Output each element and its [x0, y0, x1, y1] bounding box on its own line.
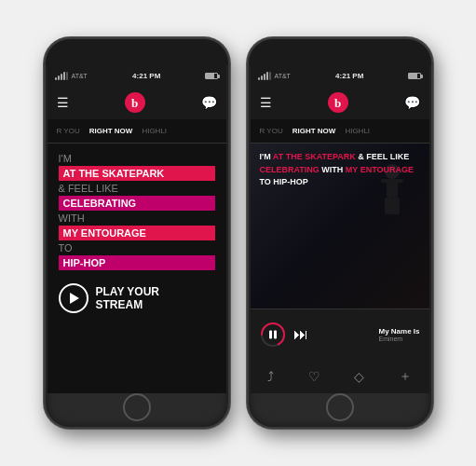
overlay-lyrics: I'M AT THE SKATEPARK & FEEL LIKE CELEBRA… [260, 151, 420, 189]
phone-2-screen: AT&T 4:21 PM ☰ b 💬 R YOU [251, 65, 429, 393]
track-info: My Name Is Eminem [378, 327, 419, 342]
tab-bar-2: R YOU RIGHT NOW HIGHLI [251, 119, 429, 144]
next-button[interactable]: ⏭ [293, 326, 308, 343]
play-stream-label: PLAY YOURSTREAM [96, 285, 159, 312]
tab-right-now-1[interactable]: RIGHT NOW [85, 127, 138, 135]
tab-right-now-2[interactable]: RIGHT NOW [288, 127, 341, 135]
status-time-1: 4:21 PM [132, 72, 160, 80]
player-bar-2: ⏭ My Name Is Eminem [251, 308, 429, 360]
content-image-2: I'M AT THE SKATEPARK & FEEL LIKE CELEBRA… [251, 144, 429, 308]
battery-2 [408, 73, 421, 79]
heart-icon[interactable]: ♡ [308, 369, 320, 384]
beats-logo-1[interactable]: b [125, 92, 145, 113]
action-bar-2: ⤴ ♡ ◇ ＋ [251, 360, 429, 393]
phone-2-top-bar [249, 39, 431, 65]
lyrics-area-1: I'M AT THE SKATEPARK & FEEL LIKE CELEBRA… [48, 144, 226, 393]
tab-bar-1: R YOU RIGHT NOW HIGHLI [48, 119, 226, 144]
share-icon[interactable]: ⤴ [267, 369, 274, 384]
phone-1-top-bar [46, 39, 228, 65]
tab-highlights-2[interactable]: HIGHLI [340, 127, 374, 135]
nav-bar-1: ☰ b 💬 [48, 86, 226, 119]
status-bar-1: AT&T 4:21 PM [48, 65, 226, 86]
phones-container: AT&T 4:21 PM ☰ b 💬 R YOU [34, 28, 442, 438]
player-controls: ⏭ [260, 322, 308, 348]
phone-1: AT&T 4:21 PM ☰ b 💬 R YOU [44, 37, 230, 429]
play-stream-btn[interactable]: PLAY YOURSTREAM [59, 283, 215, 313]
menu-icon-2[interactable]: ☰ [260, 96, 272, 109]
status-time-2: 4:21 PM [335, 72, 363, 80]
progress-ring[interactable] [260, 322, 286, 348]
status-bar-2: AT&T 4:21 PM [251, 65, 429, 86]
carrier-2: AT&T [275, 73, 291, 79]
chat-icon-1[interactable]: 💬 [201, 95, 217, 110]
nav-bar-2: ☰ b 💬 [251, 86, 429, 119]
track-artist: Eminem [378, 336, 402, 342]
carrier-1: AT&T [72, 73, 88, 79]
lyric-skatepark: AT THE SKATEPARK [59, 166, 215, 181]
lyric-hiphop: HIP-HOP [59, 255, 215, 270]
battery-1 [205, 73, 218, 79]
phone-2: AT&T 4:21 PM ☰ b 💬 R YOU [247, 37, 433, 429]
plus-icon[interactable]: ＋ [399, 368, 412, 385]
play-circle-icon [59, 283, 88, 313]
beats-logo-2[interactable]: b [328, 92, 348, 113]
signal-bars-1 [55, 72, 68, 80]
chat-icon-2[interactable]: 💬 [404, 95, 420, 110]
lyric-celebrating: CELEBRATING [59, 196, 215, 211]
menu-icon-1[interactable]: ☰ [57, 96, 69, 109]
phone-1-screen: AT&T 4:21 PM ☰ b 💬 R YOU [48, 65, 226, 393]
diamond-icon[interactable]: ◇ [354, 369, 364, 384]
tab-for-you-1[interactable]: R YOU [52, 127, 85, 135]
tab-for-you-2[interactable]: R YOU [255, 127, 288, 135]
tab-highlights-1[interactable]: HIGHLI [137, 127, 171, 135]
track-name: My Name Is [378, 327, 419, 336]
signal-bars-2 [258, 72, 271, 80]
lyric-entourage: MY ENTOURAGE [59, 226, 215, 240]
